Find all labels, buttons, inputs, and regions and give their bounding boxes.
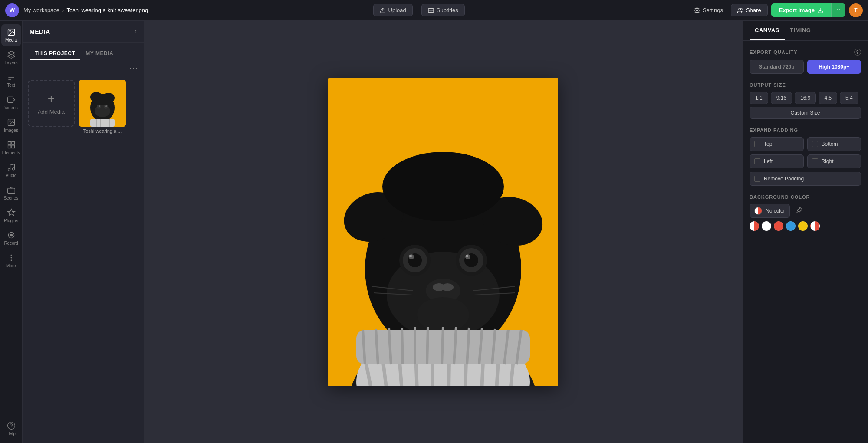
sidebar-item-elements[interactable]: Elements (1, 137, 21, 159)
canvas-pug-image (328, 78, 558, 386)
svg-point-23 (11, 260, 12, 261)
svg-point-24 (7, 422, 15, 430)
padding-right-button[interactable]: Right (807, 154, 861, 168)
media-grid: + Add Media (23, 76, 144, 137)
add-media-button[interactable]: + Add Media (28, 80, 75, 127)
plus-icon: + (48, 92, 55, 106)
swatch-no-color[interactable] (750, 221, 759, 231)
svg-line-83 (427, 327, 428, 364)
size-5-4-button[interactable]: 5:4 (840, 92, 858, 104)
sidebar-item-audio[interactable]: Audio (1, 160, 21, 181)
remove-padding-checkbox (754, 176, 760, 182)
sidebar-item-images[interactable]: Images (1, 115, 21, 136)
sidebar-item-record[interactable]: Record (1, 227, 21, 249)
media-options-button[interactable]: ··· (129, 64, 138, 73)
media-panel-header: MEDIA ‹ (23, 21, 144, 43)
swatch-yellow[interactable] (798, 221, 808, 231)
quality-1080p-button[interactable]: High 1080p+ (807, 60, 861, 74)
share-icon (737, 7, 743, 13)
swatch-red[interactable] (774, 221, 783, 231)
size-16-9-button[interactable]: 16:9 (795, 92, 816, 104)
elements-icon (7, 141, 16, 149)
svg-point-3 (696, 10, 698, 11)
media-item-toshi[interactable]: Toshi wearing a ... (79, 80, 126, 134)
size-buttons: 1:1 9:16 16:9 4:5 5:4 Custom Size (750, 92, 861, 119)
padding-bottom-checkbox (812, 141, 818, 147)
swatch-white[interactable] (762, 221, 771, 231)
output-size-label: OUTPUT SIZE (750, 82, 861, 88)
svg-point-11 (9, 121, 10, 122)
media-panel-title: MEDIA (30, 28, 50, 35)
background-color-section: BACKGROUND COLOR No color (750, 194, 861, 231)
size-4-5-button[interactable]: 4:5 (819, 92, 837, 104)
svg-marker-7 (7, 51, 15, 55)
eyedropper-icon (796, 207, 803, 213)
size-custom-button[interactable]: Custom Size (750, 107, 861, 119)
tab-canvas[interactable]: CANVAS (750, 21, 785, 40)
media-panel-tabs: THIS PROJECT MY MEDIA (23, 43, 144, 60)
export-button[interactable]: Export Image (771, 3, 831, 17)
remove-padding-container: Remove Padding (750, 172, 861, 186)
workspace-link[interactable]: My workspace (23, 7, 59, 13)
canvas-area (144, 21, 742, 443)
quality-720p-button[interactable]: Standard 720p (750, 60, 804, 74)
svg-marker-9 (13, 98, 15, 102)
sidebar-item-more[interactable]: More (1, 250, 21, 272)
svg-point-67 (466, 255, 468, 257)
svg-rect-35 (90, 119, 115, 127)
output-size-section: OUTPUT SIZE 1:1 9:16 16:9 4:5 5:4 Custom… (750, 82, 861, 119)
sidebar-item-layers[interactable]: Layers (1, 47, 21, 69)
size-9-16-button[interactable]: 9:16 (771, 92, 792, 104)
share-button[interactable]: Share (731, 4, 768, 16)
export-button-group: Export Image (771, 3, 845, 17)
eyedropper-button[interactable] (794, 205, 805, 217)
svg-point-17 (12, 168, 14, 170)
workspace-avatar: W (5, 3, 19, 17)
breadcrumb-separator: › (62, 7, 64, 13)
sidebar-item-media[interactable]: Media (1, 24, 21, 46)
svg-point-62 (409, 255, 412, 257)
remove-padding-button[interactable]: Remove Padding (750, 172, 861, 186)
svg-rect-15 (11, 145, 14, 148)
media-panel: MEDIA ‹ THIS PROJECT MY MEDIA ··· + Add … (23, 21, 144, 443)
media-panel-close-button[interactable]: ‹ (134, 27, 137, 36)
settings-button[interactable]: Settings (690, 4, 727, 16)
sidebar-item-text[interactable]: Text (1, 69, 21, 91)
tab-this-project[interactable]: THIS PROJECT (30, 48, 80, 60)
svg-point-21 (11, 255, 12, 256)
main-layout: Media Layers Text Videos Images Elements… (0, 21, 868, 443)
sidebar-item-plugins[interactable]: Plugins (1, 205, 21, 226)
padding-buttons: Top Bottom Left Right (750, 137, 861, 168)
svg-rect-18 (7, 188, 15, 194)
subtitles-button[interactable]: Subtitles (421, 4, 465, 16)
swatch-blue[interactable] (786, 221, 796, 231)
color-swatches (750, 221, 861, 231)
breadcrumb: My workspace › Toshi wearing a knit swea… (23, 7, 148, 13)
padding-right-checkbox (812, 158, 818, 164)
upload-button[interactable]: Upload (373, 4, 413, 16)
swatch-blocked[interactable] (810, 221, 820, 231)
no-color-button[interactable]: No color (750, 204, 790, 218)
tab-my-media[interactable]: MY MEDIA (80, 48, 118, 60)
media-icon (7, 28, 16, 36)
background-color-row: No color (750, 204, 861, 218)
more-icon (7, 253, 16, 262)
size-1-1-button[interactable]: 1:1 (750, 92, 768, 104)
padding-left-button[interactable]: Left (750, 154, 804, 168)
export-dropdown-button[interactable] (831, 3, 845, 17)
plugins-icon (7, 208, 16, 217)
export-quality-label: EXPORT QUALITY ? (750, 49, 861, 56)
tab-timing[interactable]: TIMING (785, 21, 816, 40)
sidebar-item-help[interactable]: Help (1, 418, 21, 440)
user-avatar[interactable]: T (849, 3, 863, 17)
sidebar-item-scenes[interactable]: Scenes (1, 182, 21, 204)
padding-top-button[interactable]: Top (750, 137, 804, 151)
media-panel-toolbar: ··· (23, 60, 144, 76)
filename-label: Toshi wearing a knit sweater.png (66, 7, 148, 13)
videos-icon (7, 95, 16, 104)
padding-bottom-button[interactable]: Bottom (807, 137, 861, 151)
right-panel: CANVAS TIMING EXPORT QUALITY ? Standard … (742, 21, 868, 443)
audio-icon (7, 163, 16, 172)
sidebar-item-videos[interactable]: Videos (1, 92, 21, 114)
export-quality-help-icon[interactable]: ? (854, 49, 861, 56)
